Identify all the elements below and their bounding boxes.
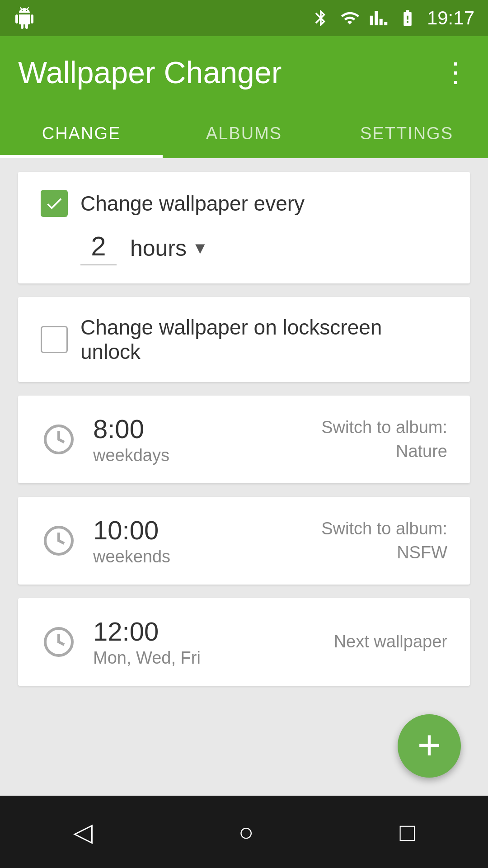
interval-unit-label: hours	[130, 235, 187, 261]
wifi-icon	[338, 9, 361, 28]
battery-icon	[396, 9, 419, 28]
schedule-card-2[interactable]: 10:00 weekends Switch to album: NSFW	[18, 497, 470, 585]
change-wallpaper-label: Change wallpaper every	[80, 191, 305, 216]
schedule-right-1: Switch to album: Nature	[321, 415, 447, 463]
schedule-right-2: Switch to album: NSFW	[321, 517, 447, 565]
schedule-switch-label-2: Switch to album: NSFW	[321, 517, 447, 565]
status-bar-left	[14, 7, 35, 29]
home-button[interactable]: ○	[239, 817, 254, 847]
schedule-days-2: weekends	[93, 547, 170, 566]
status-time: 19:17	[427, 7, 474, 29]
schedule-time-1: 8:00	[93, 414, 169, 444]
fab-plus-icon: +	[418, 725, 441, 765]
schedule-left-1: 8:00 weekdays	[41, 414, 169, 465]
signal-icon	[369, 9, 388, 28]
recents-button[interactable]: □	[400, 817, 415, 847]
schedule-days-3: Mon, Wed, Fri	[93, 648, 201, 668]
lockscreen-label: Change wallpaper on lockscreen unlock	[80, 315, 447, 364]
schedule-right-3: Next wallpaper	[334, 630, 447, 654]
nav-bar: ◁ ○ □	[0, 796, 488, 868]
bluetooth-icon	[311, 9, 330, 28]
tab-albums[interactable]: ALBUMS	[163, 108, 325, 158]
status-bar-right: 19:17	[311, 7, 474, 29]
schedule-switch-label-3: Next wallpaper	[334, 630, 447, 654]
add-schedule-fab[interactable]: +	[398, 714, 461, 778]
schedule-time-3: 12:00	[93, 616, 201, 646]
schedule-switch-label-1: Switch to album: Nature	[321, 415, 447, 463]
clock-icon-1	[41, 421, 77, 458]
app-title: Wallpaper Changer	[18, 55, 282, 90]
lockscreen-row: Change wallpaper on lockscreen unlock	[41, 315, 447, 364]
interval-number[interactable]: 2	[80, 231, 117, 265]
clock-icon-3	[41, 624, 77, 660]
interval-row: 2 hours ▼	[80, 231, 447, 265]
app-bar: Wallpaper Changer ⋮	[0, 36, 488, 108]
schedule-left-3: 12:00 Mon, Wed, Fri	[41, 616, 201, 668]
tab-settings[interactable]: SETTINGS	[325, 108, 488, 158]
schedule-info-1: 8:00 weekdays	[93, 414, 169, 465]
interval-unit-dropdown[interactable]: hours ▼	[130, 235, 208, 261]
clock-icon-2	[41, 523, 77, 559]
change-every-checkbox[interactable]	[41, 190, 68, 217]
schedule-card-1[interactable]: 8:00 weekdays Switch to album: Nature	[18, 396, 470, 483]
back-button[interactable]: ◁	[73, 817, 93, 847]
main-content: Change wallpaper every 2 hours ▼ Change …	[0, 158, 488, 699]
lockscreen-card: Change wallpaper on lockscreen unlock	[18, 297, 470, 382]
wallpaper-every-row: Change wallpaper every	[41, 190, 447, 217]
tab-change[interactable]: CHANGE	[0, 108, 163, 158]
schedule-info-2: 10:00 weekends	[93, 515, 170, 566]
schedule-card-3[interactable]: 12:00 Mon, Wed, Fri Next wallpaper	[18, 598, 470, 686]
tab-bar: CHANGE ALBUMS SETTINGS	[0, 108, 488, 158]
status-bar: 19:17	[0, 0, 488, 36]
change-wallpaper-card: Change wallpaper every 2 hours ▼	[18, 172, 470, 283]
lockscreen-checkbox[interactable]	[41, 326, 68, 353]
android-icon	[14, 7, 35, 29]
schedule-days-1: weekdays	[93, 446, 169, 465]
more-options-button[interactable]: ⋮	[442, 57, 470, 88]
schedule-left-2: 10:00 weekends	[41, 515, 170, 566]
dropdown-arrow-icon: ▼	[192, 239, 208, 258]
schedule-time-2: 10:00	[93, 515, 170, 545]
schedule-info-3: 12:00 Mon, Wed, Fri	[93, 616, 201, 668]
